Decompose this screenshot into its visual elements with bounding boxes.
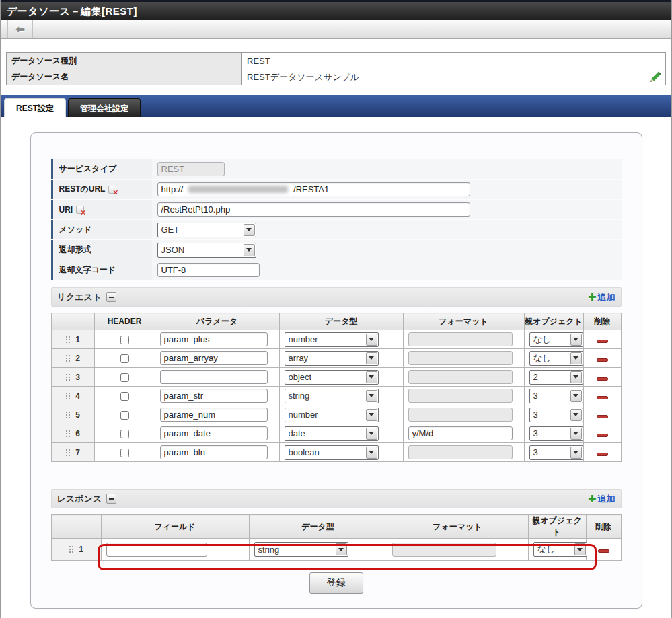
parameter-input[interactable] <box>160 426 268 440</box>
delete-row-icon[interactable] <box>597 396 608 399</box>
drag-handle-icon[interactable] <box>65 430 71 438</box>
rest-settings-form: サービスタイプ RESTのURL✕ http:// /RESTA1 URI✕ <box>51 159 622 280</box>
table-row: 5 number 3 <box>51 405 621 424</box>
return-format-select[interactable]: JSON <box>157 243 256 258</box>
back-button[interactable]: ⬅ <box>8 20 33 38</box>
datatype-select[interactable]: string <box>254 542 348 557</box>
rest-url-input[interactable]: http:// /RESTA1 <box>157 182 470 196</box>
header-checkbox[interactable] <box>120 430 129 438</box>
tab-content: サービスタイプ RESTのURL✕ http:// /RESTA1 URI✕ <box>1 117 671 616</box>
dropdown-arrow-icon <box>570 371 582 383</box>
return-charset-input[interactable] <box>157 263 260 277</box>
col-format: フォーマット <box>403 313 524 330</box>
register-button[interactable]: 登録 <box>309 572 363 594</box>
datatype-select[interactable]: string <box>285 389 379 403</box>
selected-option: boolean <box>289 447 320 457</box>
field-input[interactable] <box>106 543 207 557</box>
form-row: 返却形式 JSON <box>51 240 622 260</box>
datatype-select[interactable]: object <box>285 370 379 385</box>
dropdown-arrow-icon <box>570 334 582 346</box>
add-response-row-button[interactable]: ✚ 追加 <box>588 493 615 505</box>
parent-object-select[interactable]: 3 <box>529 408 583 422</box>
header-checkbox[interactable] <box>120 336 129 344</box>
parent-object-select[interactable]: 2 <box>529 370 583 385</box>
dropdown-arrow-icon <box>570 390 582 402</box>
method-select[interactable]: GET <box>157 223 256 237</box>
drag-handle-icon[interactable] <box>69 545 74 553</box>
header-checkbox[interactable] <box>120 449 129 457</box>
datatype-select[interactable]: array <box>285 351 379 366</box>
delete-row-icon[interactable] <box>598 549 609 553</box>
header-checkbox[interactable] <box>120 354 129 363</box>
delete-row-icon[interactable] <box>597 377 608 381</box>
edit-pencil-icon[interactable] <box>648 71 662 84</box>
parent-object-select[interactable]: なし <box>533 542 587 557</box>
delete-row-icon[interactable] <box>597 358 608 362</box>
request-table: HEADER パラメータ データ型 フォーマット 親オブジェクト 削除 1 nu… <box>51 313 622 462</box>
header-checkbox[interactable] <box>120 411 129 420</box>
parameter-input[interactable] <box>160 389 268 403</box>
uri-input[interactable] <box>157 202 470 217</box>
tab-admin-company-settings[interactable]: 管理会社設定 <box>68 98 141 117</box>
parent-object-select[interactable]: 3 <box>529 445 583 460</box>
datatype-select[interactable]: boolean <box>285 445 379 460</box>
col-handle <box>51 313 94 330</box>
delete-row-icon[interactable] <box>597 453 608 456</box>
delete-row-icon[interactable] <box>597 415 608 418</box>
header-checkbox[interactable] <box>120 373 129 382</box>
datatype-select[interactable]: number <box>285 332 379 347</box>
format-input[interactable] <box>408 426 513 440</box>
parameter-input[interactable] <box>160 370 268 384</box>
datasource-type-label: データソース種別 <box>7 53 242 69</box>
dropdown-arrow-icon <box>366 352 377 364</box>
parent-object-select[interactable]: 3 <box>529 389 583 403</box>
parameter-input[interactable] <box>160 445 268 459</box>
drag-handle-icon[interactable] <box>65 336 71 344</box>
selected-option: なし <box>533 334 552 346</box>
page-title: データソース－編集[REST] <box>1 2 671 20</box>
parameter-input[interactable] <box>160 332 268 346</box>
delete-row-icon[interactable] <box>597 340 608 343</box>
app-window: データソース－編集[REST] ⬅ データソース種別 REST データソース名 … <box>0 0 672 618</box>
drag-handle-icon[interactable] <box>65 411 71 419</box>
row-number: 6 <box>75 429 80 438</box>
table-row: 1 number なし <box>51 330 621 349</box>
dropdown-arrow-icon <box>366 371 377 383</box>
collapse-button[interactable] <box>106 292 116 302</box>
required-icon: ✕ <box>108 186 116 194</box>
parameter-input[interactable] <box>160 408 268 422</box>
request-section-title: リクエスト <box>57 291 102 303</box>
datatype-select[interactable]: number <box>285 408 379 422</box>
response-section-title: レスポンス <box>57 493 102 505</box>
collapse-button[interactable] <box>106 494 116 504</box>
selected-option: number <box>289 410 318 420</box>
parent-object-select[interactable]: 3 <box>529 426 583 441</box>
service-type-label: サービスタイプ <box>51 159 152 179</box>
tab-rest-settings[interactable]: REST設定 <box>4 98 66 117</box>
drag-handle-icon[interactable] <box>65 392 71 400</box>
dropdown-arrow-icon <box>574 543 586 555</box>
delete-row-icon[interactable] <box>597 434 608 437</box>
drag-handle-icon[interactable] <box>65 354 71 362</box>
selected-option: number <box>289 334 318 344</box>
parent-object-select[interactable]: なし <box>529 351 583 366</box>
form-row: サービスタイプ <box>51 159 622 179</box>
add-request-row-button[interactable]: ✚ 追加 <box>588 291 615 303</box>
rest-url-label: RESTのURL✕ <box>51 180 152 199</box>
header-checkbox[interactable] <box>120 392 129 401</box>
datasource-name-value: RESTデータソースサンプル <box>242 69 666 85</box>
parent-object-select[interactable]: なし <box>529 332 583 347</box>
format-input <box>408 332 513 346</box>
selected-option: なし <box>533 352 552 364</box>
drag-handle-icon[interactable] <box>65 373 71 381</box>
table-row: データソース名 RESTデータソースサンプル <box>7 69 666 85</box>
datatype-select[interactable]: date <box>285 426 379 441</box>
col-datatype: データ型 <box>279 313 403 330</box>
dropdown-arrow-icon <box>366 390 377 402</box>
datasource-name-text: RESTデータソースサンプル <box>247 72 359 82</box>
drag-handle-icon[interactable] <box>65 449 71 457</box>
col-field: フィールド <box>101 515 249 539</box>
return-charset-label: 返却文字コード <box>51 260 152 280</box>
uri-label: URI✕ <box>51 200 152 219</box>
parameter-input[interactable] <box>160 351 268 365</box>
